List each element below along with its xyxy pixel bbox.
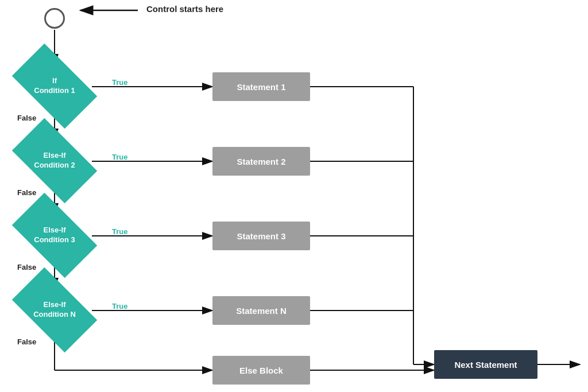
else-block: Else Block [212, 356, 310, 385]
diamond1-line1: If [52, 76, 57, 85]
true-label-1: True [112, 78, 127, 87]
start-circle [44, 8, 65, 29]
diamond-elseif-conditionN: Else-If Condition N [17, 287, 92, 333]
diamond-elseif-condition3: Else-If Condition 3 [17, 212, 92, 258]
statement-2: Statement 2 [212, 147, 310, 176]
control-label: Control starts here [146, 4, 223, 14]
diamond4-line2: Condition N [33, 310, 76, 319]
false-label-2: False [17, 188, 36, 197]
statement-n: Statement N [212, 296, 310, 325]
diamond4-line1: Else-If [43, 300, 65, 309]
true-label-4: True [112, 302, 127, 311]
false-label-1: False [17, 114, 36, 122]
flowchart-diagram: Control starts here If Condition 1 Else-… [0, 0, 588, 392]
false-label-3: False [17, 263, 36, 271]
diamond3-line2: Condition 3 [34, 235, 75, 244]
statement-1: Statement 1 [212, 72, 310, 101]
next-statement: Next Statement [434, 350, 537, 379]
diamond-if-condition1: If Condition 1 [17, 63, 92, 109]
true-label-3: True [112, 227, 127, 236]
diamond2-line1: Else-If [43, 151, 65, 160]
false-label-4: False [17, 337, 36, 346]
diamond3-line1: Else-If [43, 226, 65, 234]
true-label-2: True [112, 153, 127, 161]
statement-3: Statement 3 [212, 222, 310, 250]
diamond-elseif-condition2: Else-If Condition 2 [17, 138, 92, 184]
diamond1-line2: Condition 1 [34, 86, 75, 95]
diamond2-line2: Condition 2 [34, 161, 75, 169]
